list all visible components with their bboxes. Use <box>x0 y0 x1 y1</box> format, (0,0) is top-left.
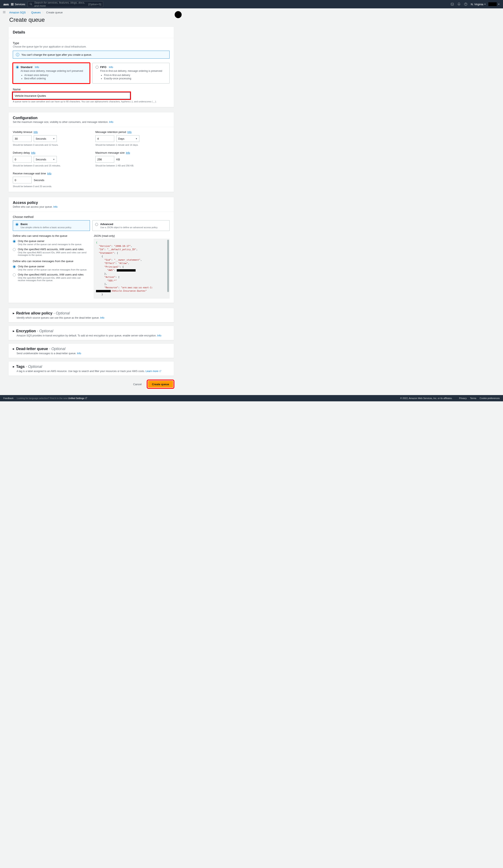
external-link-icon <box>159 370 161 372</box>
recv-owner-option[interactable]: Only the queue ownerOnly the owner of th… <box>13 265 89 271</box>
aws-logo[interactable]: aws <box>3 2 9 6</box>
info-link[interactable]: Info <box>100 316 104 319</box>
privacy-link[interactable]: Privacy <box>459 397 467 400</box>
help-panel-toggle[interactable] <box>174 8 182 19</box>
redrive-toggle[interactable]: ▶ Redrive allow policy - Optional <box>13 311 170 316</box>
info-link[interactable]: Info <box>35 66 39 69</box>
footer-copyright: © 2022, Amazon Web Services, Inc. or its… <box>400 397 452 400</box>
fifo-bullets: First-in-first-out delivery Exactly-once… <box>104 74 167 80</box>
cancel-button[interactable]: Cancel <box>129 381 145 388</box>
info-link[interactable]: Info <box>47 172 51 175</box>
account-menu[interactable] <box>488 2 497 6</box>
svg-line-1 <box>31 4 32 6</box>
radio-icon <box>95 223 98 226</box>
caret-down-icon: ▼ <box>53 137 55 140</box>
retention-field: Message retention periodInfo Days▼ Shoul… <box>95 131 170 146</box>
dlq-toggle[interactable]: ▶ Dead-letter queue - Optional <box>13 347 170 351</box>
name-label: Name <box>13 88 170 91</box>
maxsize-field: Maximum message sizeInfo KB Should be be… <box>95 151 170 167</box>
top-navigation: aws Services Search for services, featur… <box>0 0 503 8</box>
cookie-link[interactable]: Cookie preferences <box>480 397 500 400</box>
delay-unit[interactable]: Seconds▼ <box>34 156 57 163</box>
radio-icon <box>95 66 99 69</box>
retention-input[interactable] <box>95 135 114 142</box>
queue-type-fifo[interactable]: FIFO Info First-in-first-out delivery, m… <box>92 63 170 84</box>
cloudshell-icon[interactable] <box>449 1 456 8</box>
queue-type-standard[interactable]: Standard Info At-least-once delivery, me… <box>13 63 90 84</box>
region-label: N. Virginia <box>471 3 483 6</box>
learn-more-link[interactable]: Learn more <box>145 370 161 373</box>
info-link[interactable]: Info <box>109 121 113 124</box>
info-link[interactable]: Info <box>33 131 38 134</box>
info-link[interactable]: Info <box>126 151 130 154</box>
create-queue-button[interactable]: Create queue <box>148 381 173 388</box>
visibility-timeout-unit[interactable]: Seconds▼ <box>34 135 57 142</box>
scrollbar[interactable] <box>167 240 169 292</box>
redacted-text <box>117 269 135 271</box>
breadcrumb: Amazon SQS 〉 Queues 〉 Create queue <box>8 11 174 16</box>
recv-specified-option[interactable]: Only the specified AWS accounts, IAM use… <box>13 273 89 282</box>
help-icon[interactable] <box>462 1 469 8</box>
external-link-icon <box>85 397 87 399</box>
maxsize-input[interactable] <box>95 156 114 163</box>
info-link[interactable]: Info <box>53 205 58 208</box>
triangle-right-icon: ▶ <box>13 365 14 368</box>
global-search[interactable]: Search for services, features, blogs, do… <box>28 1 103 7</box>
wait-input[interactable] <box>13 177 32 183</box>
unified-settings-link[interactable]: Unified Settings <box>68 397 87 400</box>
name-hint: A queue name is case-sensitive and can h… <box>13 100 170 103</box>
standard-title: Standard <box>21 65 32 69</box>
terms-link[interactable]: Terms <box>470 397 476 400</box>
info-link[interactable]: Info <box>77 352 81 355</box>
details-heading: Details <box>13 30 170 34</box>
delay-input[interactable] <box>13 156 32 163</box>
maxsize-unit: KB <box>116 158 120 161</box>
region-selector[interactable]: N. Virginia <box>471 3 486 6</box>
triangle-right-icon: ▶ <box>13 312 14 315</box>
chevron-right-icon: 〉 <box>28 11 30 14</box>
encryption-toggle[interactable]: ▶ Encryption - Optional <box>13 329 170 333</box>
choose-method-label: Choose method <box>13 215 170 219</box>
radio-icon <box>16 223 18 226</box>
maxsize-hint: Should be between 1 KB and 256 KB. <box>95 164 170 167</box>
method-basic[interactable]: Basic Use simple criteria to define a ba… <box>13 220 90 231</box>
config-heading: Configuration <box>13 116 170 120</box>
json-label: JSON (read-only) <box>94 234 170 237</box>
visibility-timeout-input[interactable] <box>13 135 32 142</box>
breadcrumb-current: Create queue <box>46 11 63 14</box>
caret-down-icon: ▼ <box>53 158 55 161</box>
info-banner-text: You can't change the queue type after yo… <box>21 53 92 56</box>
info-link[interactable]: Info <box>31 151 36 154</box>
notifications-icon[interactable] <box>456 1 462 8</box>
delay-hint: Should be between 0 seconds and 15 minut… <box>13 164 87 167</box>
wait-field: Receive message wait timeInfo Seconds Sh… <box>13 172 87 188</box>
standard-bullets: At-least once delivery Best-effort order… <box>24 74 87 80</box>
info-icon: i <box>16 53 19 56</box>
info-link[interactable]: Info <box>109 66 113 69</box>
info-link[interactable]: Info <box>128 131 132 134</box>
svg-marker-6 <box>484 4 486 4</box>
send-specified-option[interactable]: Only the specified AWS accounts, IAM use… <box>13 248 89 256</box>
radio-icon <box>13 248 16 251</box>
page-title: Create queue <box>8 16 174 27</box>
access-heading: Access policy <box>13 200 170 205</box>
send-owner-option[interactable]: Only the queue ownerOnly the owner of th… <box>13 239 89 246</box>
recv-question: Define who can receive messages from the… <box>13 260 89 263</box>
wait-hint: Should be between 0 and 20 seconds. <box>13 185 87 188</box>
retention-unit[interactable]: Days▼ <box>116 135 139 142</box>
services-menu[interactable]: Services <box>11 3 25 6</box>
queue-name-input[interactable] <box>13 92 130 99</box>
info-link[interactable]: Info <box>157 334 161 337</box>
feedback-link[interactable]: Feedback <box>3 397 13 400</box>
caret-down-icon: ▼ <box>135 137 138 140</box>
side-nav-toggle[interactable] <box>0 8 8 14</box>
tags-toggle[interactable]: ▶ Tags - Optional <box>13 364 170 369</box>
caret-down-icon <box>484 3 486 5</box>
dlq-section: ▶ Dead-letter queue - Optional Send unde… <box>8 343 174 358</box>
method-advanced[interactable]: Advanced Use a JSON object to define an … <box>92 220 170 231</box>
visibility-hint: Should be between 0 seconds and 12 hours… <box>13 144 87 146</box>
delay-field: Delivery delayInfo Seconds▼ Should be be… <box>13 151 87 167</box>
breadcrumb-queues[interactable]: Queues <box>31 11 41 14</box>
type-label: Type <box>13 41 170 45</box>
breadcrumb-root[interactable]: Amazon SQS <box>9 11 26 14</box>
